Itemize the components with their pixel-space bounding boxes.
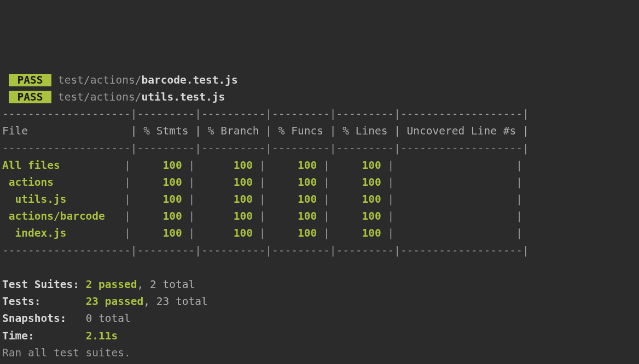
coverage-divider: --------------------|---------|---------… xyxy=(2,242,637,259)
coverage-lines: 100 xyxy=(336,210,381,222)
summary-tests: Tests: 23 passed, 23 total xyxy=(2,293,637,310)
coverage-funcs: 100 xyxy=(272,227,317,239)
coverage-header: File | % Stmts | % Branch | % Funcs | % … xyxy=(2,122,637,139)
coverage-funcs: 100 xyxy=(272,210,317,222)
pass-badge: PASS xyxy=(9,91,51,103)
test-pass-line: PASS test/actions/barcode.test.js xyxy=(2,72,637,89)
terminal-output: PASS test/actions/barcode.test.js PASS t… xyxy=(2,72,637,364)
coverage-divider: --------------------|---------|---------… xyxy=(2,140,637,157)
test-path: test/actions/ xyxy=(58,91,142,103)
coverage-stmts: 100 xyxy=(137,210,182,222)
prompt-line[interactable] xyxy=(2,361,637,364)
coverage-stmts: 100 xyxy=(137,227,182,239)
coverage-file: utils.js xyxy=(2,193,124,206)
coverage-uncovered xyxy=(400,210,516,222)
coverage-funcs: 100 xyxy=(272,176,317,189)
test-filename: utils.test.js xyxy=(142,91,225,103)
summary-time: Time: 2.11s xyxy=(2,327,637,344)
coverage-lines: 100 xyxy=(336,176,381,189)
coverage-file: actions xyxy=(2,176,124,189)
coverage-branch: 100 xyxy=(201,227,253,239)
summary-snapshots: Snapshots: 0 total xyxy=(2,310,637,327)
coverage-branch: 100 xyxy=(201,159,253,172)
test-filename: barcode.test.js xyxy=(142,74,238,86)
coverage-stmts: 100 xyxy=(137,176,182,189)
coverage-uncovered xyxy=(400,227,516,239)
coverage-branch: 100 xyxy=(201,210,253,222)
coverage-file: index.js xyxy=(2,227,124,239)
test-path: test/actions/ xyxy=(58,74,142,86)
coverage-row: utils.js | 100 | 100 | 100 | 100 | | xyxy=(2,191,637,208)
coverage-row: actions | 100 | 100 | 100 | 100 | | xyxy=(2,174,637,191)
coverage-row: All files | 100 | 100 | 100 | 100 | | xyxy=(2,157,637,174)
coverage-row: index.js | 100 | 100 | 100 | 100 | | xyxy=(2,225,637,242)
coverage-lines: 100 xyxy=(336,227,381,239)
pass-badge: PASS xyxy=(9,74,51,86)
coverage-branch: 100 xyxy=(201,176,253,189)
coverage-lines: 100 xyxy=(336,159,381,172)
coverage-uncovered xyxy=(400,193,516,206)
coverage-row: actions/barcode | 100 | 100 | 100 | 100 … xyxy=(2,208,637,225)
coverage-divider: --------------------|---------|---------… xyxy=(2,105,637,122)
coverage-file: All files xyxy=(2,159,124,172)
coverage-funcs: 100 xyxy=(272,193,317,206)
coverage-uncovered xyxy=(400,176,516,189)
coverage-funcs: 100 xyxy=(272,159,317,172)
coverage-stmts: 100 xyxy=(137,159,182,172)
coverage-lines: 100 xyxy=(336,193,381,206)
coverage-file: actions/barcode xyxy=(2,210,124,222)
coverage-stmts: 100 xyxy=(137,193,182,206)
summary-suites: Test Suites: 2 passed, 2 total xyxy=(2,276,637,293)
test-pass-line: PASS test/actions/utils.test.js xyxy=(2,89,637,105)
summary-ran: Ran all test suites. xyxy=(2,344,637,361)
coverage-uncovered xyxy=(400,159,516,172)
coverage-branch: 100 xyxy=(201,193,253,206)
